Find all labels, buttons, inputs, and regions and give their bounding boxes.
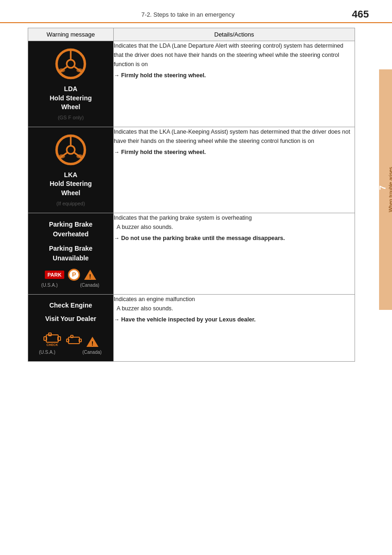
lda-note: (GS F only)	[33, 115, 109, 120]
engine-label-canada: (Canada)	[80, 350, 104, 355]
table-row: Parking Brake Overheated Parking Brake U…	[28, 213, 355, 294]
svg-rect-23	[79, 339, 81, 342]
check-engine-warning-cell: Check Engine Visit Your Dealer	[28, 294, 114, 361]
lda-details-cell: Indicates that the LDA (Lane Departure A…	[114, 41, 355, 127]
warning-triangle-icon: !	[84, 269, 97, 281]
col-details-header: Details/Actions	[114, 28, 355, 41]
parking-white-box: Parking Brake Overheated Parking Brake U…	[28, 213, 113, 294]
svg-point-1	[67, 60, 75, 68]
table-row: LKA Hold Steering Wheel (If equipped) In…	[28, 127, 355, 213]
check-engine-canada-icon	[66, 334, 82, 348]
label-canada: (Canada)	[78, 283, 101, 288]
svg-rect-21	[68, 337, 80, 344]
engine-label-usa: (U.S.A.)	[38, 350, 56, 355]
check-engine-details-cell: Indicates an engine malfunction A buzzer…	[114, 294, 355, 361]
lda-title: LDA Hold Steering Wheel	[33, 85, 109, 112]
parking-unavailable: Parking Brake Unavailable	[33, 244, 109, 263]
engine-indicators: CHECK	[33, 330, 109, 348]
svg-point-8	[67, 146, 75, 154]
table-row: LDA Hold Steering Wheel (GS F only) Indi…	[28, 41, 355, 127]
page-container: 7 When trouble arises 7-2. Steps to take…	[0, 0, 392, 555]
lda-warning-cell: LDA Hold Steering Wheel (GS F only)	[28, 41, 114, 127]
side-tab: 7 When trouble arises	[379, 69, 392, 310]
lda-details-text: Indicates that the LDA (Lane Departure A…	[114, 41, 355, 80]
svg-rect-24	[71, 335, 73, 338]
parking-title: Parking Brake Overheated	[33, 220, 109, 239]
svg-point-5	[59, 68, 65, 73]
parking-details-cell: Indicates that the parking brake system …	[114, 213, 355, 294]
parking-details-text: Indicates that the parking brake system …	[114, 213, 355, 243]
svg-rect-17	[44, 337, 47, 340]
engine-labels: (U.S.A.) (Canada)	[33, 350, 109, 355]
svg-text:!: !	[92, 340, 93, 347]
check-engine-usa-icon: CHECK	[43, 330, 62, 348]
lka-details-cell: Indicates that the LKA (Lane-Keeping Ass…	[114, 127, 355, 213]
check-engine-details-text: Indicates an engine malfunction A buzzer…	[114, 295, 355, 324]
p-circle-icon: P	[68, 269, 80, 281]
lka-steering-icon	[55, 134, 87, 166]
check-engine-title1: Check Engine	[33, 301, 109, 310]
check-engine-warning-triangle-icon: !	[86, 336, 99, 348]
lda-black-box: LDA Hold Steering Wheel (GS F only)	[28, 41, 113, 127]
lka-title: LKA Hold Steering Wheel	[33, 171, 109, 198]
svg-point-13	[76, 154, 83, 158]
check-engine-subtitle: Visit Your Dealer	[33, 314, 109, 324]
check-engine-black-box: Check Engine Visit Your Dealer	[28, 295, 113, 361]
svg-rect-16	[46, 335, 58, 342]
side-tab-number: 7	[378, 185, 388, 190]
table-row: Check Engine Visit Your Dealer	[28, 294, 355, 361]
lka-black-box: LKA Hold Steering Wheel (If equipped)	[28, 127, 113, 213]
warning-table: Warning message Details/Actions	[28, 28, 355, 362]
label-usa: (U.S.A.)	[40, 283, 59, 288]
svg-text:CHECK: CHECK	[47, 343, 58, 346]
col-warning-header: Warning message	[28, 28, 114, 41]
svg-point-6	[76, 68, 83, 73]
park-badge: PARK	[45, 271, 64, 279]
lka-note: (If equipped)	[33, 201, 109, 206]
main-content: Warning message Details/Actions	[0, 23, 378, 371]
lka-details-text: Indicates that the LKA (Lane-Keeping Ass…	[114, 127, 355, 157]
parking-indicators: PARK P !	[33, 269, 109, 281]
lda-steering-icon	[55, 48, 87, 80]
parking-labels: (U.S.A.) (Canada)	[33, 283, 109, 288]
svg-text:!: !	[89, 273, 91, 280]
svg-rect-18	[58, 337, 61, 340]
side-tab-text: When trouble arises	[388, 167, 392, 212]
svg-rect-22	[67, 339, 69, 342]
svg-point-12	[59, 154, 65, 158]
parking-warning-cell: Parking Brake Overheated Parking Brake U…	[28, 213, 114, 294]
page-header: 7-2. Steps to take in an emergency 465	[0, 0, 392, 23]
lka-warning-cell: LKA Hold Steering Wheel (If equipped)	[28, 127, 114, 213]
page-number: 465	[352, 8, 369, 20]
section-title: 7-2. Steps to take in an emergency	[28, 11, 348, 18]
